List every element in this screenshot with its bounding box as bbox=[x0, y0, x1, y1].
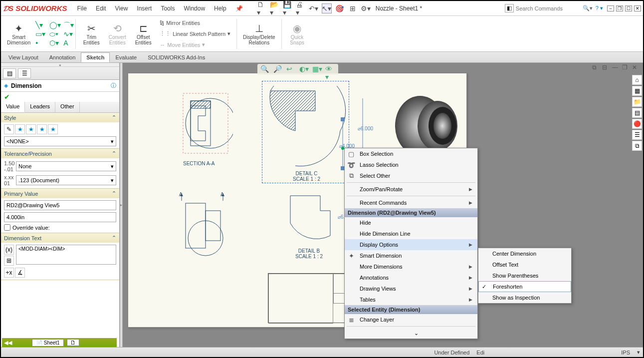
slot-icon[interactable]: ⬭▾ bbox=[49, 30, 57, 38]
settings-icon[interactable]: ⚙▾ bbox=[361, 3, 371, 13]
rebuild-icon[interactable]: 🎯 bbox=[335, 3, 345, 13]
cm-recent[interactable]: Recent Commands▶ bbox=[345, 197, 477, 208]
primary-value-input[interactable] bbox=[4, 212, 116, 222]
appearances-icon[interactable]: 🔴 bbox=[632, 119, 642, 129]
line-icon[interactable]: ╲▾ bbox=[35, 21, 43, 29]
hide-show-icon[interactable]: 👁▾ bbox=[325, 65, 335, 74]
cm-drawing-views[interactable]: Drawing Views▶ bbox=[345, 283, 477, 294]
menu-insert[interactable]: Insert bbox=[133, 3, 156, 14]
menu-help[interactable]: Help bbox=[210, 3, 230, 14]
offset-entities-button[interactable]: ⊏ Offset Entities bbox=[131, 17, 156, 50]
tab-evaluate[interactable]: Evaluate bbox=[110, 52, 142, 62]
help-q-icon[interactable]: ⓘ bbox=[111, 82, 116, 89]
sheet-nav-prev-icon[interactable]: ◀◀ bbox=[4, 340, 12, 346]
point-icon[interactable]: • bbox=[35, 39, 43, 47]
dimtext-btn-2[interactable]: ⊞ bbox=[4, 256, 14, 266]
save-icon[interactable]: 💾▾ bbox=[283, 3, 293, 13]
override-checkbox[interactable] bbox=[4, 224, 10, 231]
new-icon[interactable]: 🗋▾ bbox=[257, 3, 267, 13]
status-dropdown-icon[interactable]: ▾ bbox=[637, 349, 640, 356]
cm-change-layer[interactable]: ≣Change Layer bbox=[345, 314, 477, 325]
subtab-leaders[interactable]: Leaders bbox=[25, 102, 55, 112]
sm-offset-text[interactable]: Offset Text bbox=[478, 259, 571, 270]
tab-sketch[interactable]: Sketch bbox=[81, 52, 110, 62]
drawing-canvas[interactable]: ⧉ ⊟ — ❐ ✕ 🔍 🔎 ↩ ◐▾ ▦▾ 👁▾ bbox=[123, 63, 643, 347]
explorer-icon[interactable]: 📁 bbox=[632, 97, 642, 107]
style-btn-1[interactable]: ✎ bbox=[4, 124, 14, 134]
tab-view-layout[interactable]: View Layout bbox=[3, 52, 44, 62]
cm-hide[interactable]: Hide bbox=[345, 217, 477, 228]
lp-tab-1[interactable]: ▤ bbox=[3, 68, 16, 78]
dimtext-btn-4[interactable]: ∡ bbox=[15, 268, 25, 278]
trim-entities-button[interactable]: ✂ Trim Entities bbox=[79, 17, 104, 50]
linear-pattern-button[interactable]: ⋮⋮Linear Sketch Pattern▾ bbox=[158, 29, 232, 39]
lp-tab-2[interactable]: ☰ bbox=[18, 68, 31, 78]
maximize-icon[interactable]: ☐ bbox=[625, 5, 632, 11]
close-view-icon[interactable]: ✕ bbox=[632, 64, 640, 72]
cascade-icon[interactable]: ⧉ bbox=[592, 64, 600, 72]
tolerance-header[interactable]: Tolerance/Precision⌃ bbox=[1, 149, 119, 158]
ok-button[interactable]: ✔ bbox=[1, 92, 119, 102]
tab-annotation[interactable]: Annotation bbox=[44, 52, 81, 62]
cm-tables[interactable]: Tables▶ bbox=[345, 294, 477, 305]
style-header[interactable]: Style⌃ bbox=[1, 113, 119, 122]
palette-icon[interactable]: ▤ bbox=[632, 108, 642, 118]
circle-icon[interactable]: ◯▾ bbox=[49, 21, 57, 29]
cm-smart-dimension[interactable]: ✦Smart Dimension bbox=[345, 250, 477, 261]
display-delete-relations-button[interactable]: ⊥ Display/Delete Relations bbox=[240, 17, 278, 50]
cm-expand[interactable]: ⌄ bbox=[345, 328, 477, 339]
cm-select-other[interactable]: ⧉Select Other bbox=[345, 170, 477, 181]
print-icon[interactable]: 🖨▾ bbox=[296, 3, 306, 13]
smart-dimension-button[interactable]: ✦ Smart Dimension bbox=[4, 17, 33, 50]
home-icon[interactable]: ⌂ bbox=[632, 75, 642, 85]
style-combo[interactable]: <NONE>▾ bbox=[4, 136, 116, 146]
primary-header[interactable]: Primary Value⌃ bbox=[1, 189, 119, 198]
subtab-other[interactable]: Other bbox=[55, 102, 80, 112]
rest-icon[interactable]: ❐ bbox=[622, 64, 630, 72]
library-icon[interactable]: ▦ bbox=[632, 86, 642, 96]
sm-center-dimension[interactable]: Center Dimension bbox=[478, 248, 571, 259]
spline-icon[interactable]: ∿▾ bbox=[63, 30, 71, 38]
restore-icon[interactable]: ❐ bbox=[616, 5, 623, 11]
sheet-add-icon[interactable]: 🗋 bbox=[67, 339, 79, 346]
dimtext-btn-1[interactable]: (x) bbox=[4, 245, 14, 255]
properties-icon[interactable]: ☰ bbox=[632, 130, 642, 140]
tolerance-type-combo[interactable]: None▾ bbox=[16, 161, 116, 171]
precision-combo[interactable]: .123 (Document)▾ bbox=[16, 175, 116, 185]
polygon-icon[interactable]: ⬡▾ bbox=[49, 39, 57, 47]
search-input[interactable] bbox=[516, 5, 581, 11]
help-icon[interactable]: ? ▾ bbox=[596, 5, 603, 11]
menu-tools[interactable]: Tools bbox=[157, 3, 179, 14]
arc-icon[interactable]: ⌒▾ bbox=[63, 21, 71, 29]
cm-more-dimensions[interactable]: More Dimensions▶ bbox=[345, 261, 477, 272]
rect-icon[interactable]: ▭▾ bbox=[35, 30, 43, 38]
open-icon[interactable]: 📂▾ bbox=[270, 3, 280, 13]
sm-foreshorten[interactable]: ✓Foreshorten bbox=[478, 281, 571, 292]
dimtext-btn-3[interactable]: +x bbox=[4, 268, 14, 278]
search-icon[interactable]: 🔍▾ bbox=[583, 5, 593, 11]
text-icon[interactable]: A bbox=[63, 39, 71, 47]
display-style-icon[interactable]: ▦▾ bbox=[312, 65, 322, 74]
menu-window[interactable]: Window bbox=[180, 3, 209, 14]
cm-annotations[interactable]: Annotations▶ bbox=[345, 272, 477, 283]
sm-show-parentheses[interactable]: Show Parentheses bbox=[478, 270, 571, 281]
forum-icon[interactable]: ⧉ bbox=[632, 141, 642, 151]
close-icon[interactable]: ✕ bbox=[634, 5, 641, 11]
menu-file[interactable]: File bbox=[73, 3, 91, 14]
zoom-fit-icon[interactable]: 🔍 bbox=[260, 65, 270, 74]
prev-view-icon[interactable]: ↩ bbox=[286, 65, 296, 74]
subtab-value[interactable]: Value bbox=[1, 102, 25, 112]
primary-name-input[interactable] bbox=[4, 200, 116, 210]
dimtext-area[interactable]: <MOD-DIAM><DIM> bbox=[16, 245, 116, 265]
minimize-icon[interactable]: – bbox=[607, 5, 614, 11]
tab-addins[interactable]: SOLIDWORKS Add-Ins bbox=[142, 52, 211, 62]
cm-lasso-selection[interactable]: ➰Lasso Selection bbox=[345, 159, 477, 170]
cm-box-selection[interactable]: ▢Box Selection bbox=[345, 148, 477, 159]
zoom-area-icon[interactable]: 🔎 bbox=[273, 65, 283, 74]
max-icon[interactable]: — bbox=[612, 64, 620, 72]
cm-zoom-pan-rotate[interactable]: Zoom/Pan/Rotate▶ bbox=[345, 184, 477, 195]
dimtext-header[interactable]: Dimension Text⌃ bbox=[1, 233, 119, 243]
section-view-icon[interactable]: ◐▾ bbox=[299, 65, 309, 74]
style-btn-3[interactable]: ★ bbox=[26, 124, 36, 134]
menu-edit[interactable]: Edit bbox=[92, 3, 110, 14]
